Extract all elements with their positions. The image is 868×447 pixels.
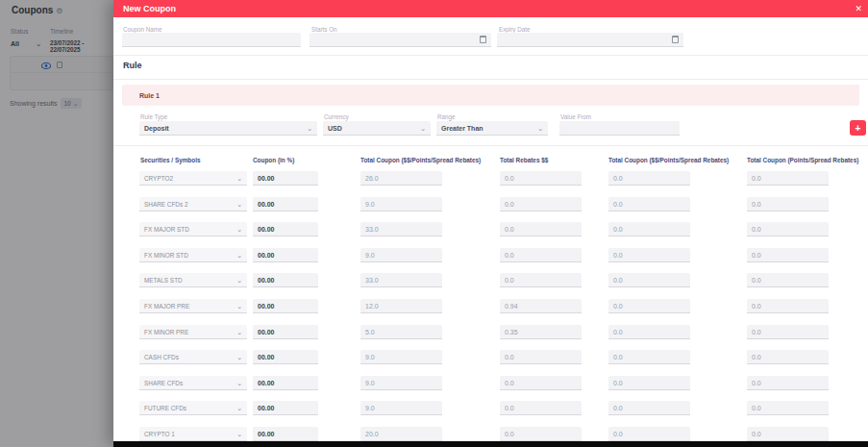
coupon-percent-input[interactable]: 00.00 xyxy=(253,299,318,313)
coupon-percent-input[interactable]: 00.00 xyxy=(253,222,318,236)
table-row: CRYPTO2⌄ 00.00 26.0 0.0 0.0 0.0 xyxy=(113,171,868,186)
table-row: FUTURE CFDs⌄ 00.00 9.0 0.0 0.0 0.0 xyxy=(113,401,868,416)
total-coupon-2-input[interactable]: 0.0 xyxy=(608,325,690,339)
chevron-down-icon: ⌄ xyxy=(236,175,242,182)
coupon-percent-input[interactable]: 00.00 xyxy=(253,350,318,364)
table-row: METALS STD⌄ 00.00 33.0 0.0 0.0 0.0 xyxy=(113,273,868,288)
security-select[interactable]: FX MAJOR PRE⌄ xyxy=(139,299,247,313)
total-coupon-2-input[interactable]: 0.0 xyxy=(608,299,690,313)
chevron-down-icon: ⌄ xyxy=(236,329,242,335)
total-coupon-input[interactable]: 9.0 xyxy=(360,401,442,415)
total-coupon-input[interactable]: 33.0 xyxy=(360,222,442,236)
total-rebates-input[interactable]: 0.0 xyxy=(500,401,582,415)
coupon-percent-input[interactable]: 00.00 xyxy=(253,401,318,415)
total-coupon-3-input[interactable]: 0.0 xyxy=(747,222,829,236)
security-select[interactable]: SHARE CFDs 2⌄ xyxy=(139,197,247,211)
col-header-total-coupon: Total Coupon ($$/Points/Spread Rebates) xyxy=(360,157,481,163)
chevron-down-icon: ⌄ xyxy=(236,201,242,208)
total-rebates-input[interactable]: 0.0 xyxy=(500,197,582,211)
coupon-percent-input[interactable]: 00.00 xyxy=(253,427,318,441)
total-rebates-input[interactable]: 0.0 xyxy=(500,427,582,441)
value-from-input[interactable] xyxy=(559,121,680,136)
security-select[interactable]: CRYPTO 1⌄ xyxy=(139,427,247,441)
security-select[interactable]: FUTURE CFDs⌄ xyxy=(139,401,247,415)
modal-title: New Coupon xyxy=(123,4,176,13)
total-coupon-input[interactable]: 12.0 xyxy=(360,299,442,313)
range-select[interactable]: Greater Than⌄ xyxy=(436,121,548,136)
total-coupon-input[interactable]: 9.0 xyxy=(360,248,442,262)
col-header-coupon-percent: Coupon (in %) xyxy=(253,157,294,163)
col-header-total-rebates: Total Rebates $$ xyxy=(500,157,548,163)
coupon-percent-input[interactable]: 00.00 xyxy=(253,376,318,390)
rule-section-heading: Rule xyxy=(123,61,142,70)
range-label: Range xyxy=(437,113,456,120)
total-coupon-2-input[interactable]: 0.0 xyxy=(608,171,690,186)
chevron-down-icon: ⌄ xyxy=(420,125,426,132)
total-coupon-3-input[interactable]: 0.0 xyxy=(747,273,829,287)
total-coupon-2-input[interactable]: 0.0 xyxy=(608,222,690,236)
security-select[interactable]: FX MAJOR STD⌄ xyxy=(139,222,247,236)
security-select[interactable]: SHARE CFDs⌄ xyxy=(139,376,247,390)
total-coupon-input[interactable]: 20.0 xyxy=(360,427,442,441)
total-coupon-3-input[interactable]: 0.0 xyxy=(747,325,829,339)
coupon-percent-input[interactable]: 00.00 xyxy=(253,197,318,211)
total-coupon-2-input[interactable]: 0.0 xyxy=(608,248,690,262)
total-coupon-2-input[interactable]: 0.0 xyxy=(608,273,690,287)
chevron-down-icon: ⌄ xyxy=(236,405,242,411)
coupon-percent-input[interactable]: 00.00 xyxy=(253,325,318,339)
total-coupon-3-input[interactable]: 0.0 xyxy=(747,197,829,211)
total-coupon-3-input[interactable]: 0.0 xyxy=(747,401,829,415)
coupon-percent-input[interactable]: 00.00 xyxy=(253,171,318,186)
chevron-down-icon: ⌄ xyxy=(236,303,242,310)
total-coupon-3-input[interactable]: 0.0 xyxy=(747,376,829,390)
total-rebates-input[interactable]: 0.0 xyxy=(500,222,582,236)
table-row: CRYPTO 1⌄ 00.00 20.0 0.0 0.0 0.0 xyxy=(113,427,868,442)
modal-backdrop[interactable] xyxy=(0,0,113,447)
coupon-percent-input[interactable]: 00.00 xyxy=(253,273,318,287)
total-coupon-2-input[interactable]: 0.0 xyxy=(608,427,690,441)
total-coupon-input[interactable]: 5.0 xyxy=(360,325,442,339)
total-rebates-input[interactable]: 0.94 xyxy=(500,299,582,313)
total-rebates-input[interactable]: 0.0 xyxy=(500,248,582,262)
currency-select[interactable]: USD⌄ xyxy=(323,121,431,136)
total-coupon-input[interactable]: 26.0 xyxy=(360,171,442,186)
divider xyxy=(113,145,868,146)
calendar-icon[interactable] xyxy=(480,36,486,43)
total-rebates-input[interactable]: 0.0 xyxy=(500,171,582,186)
chevron-down-icon: ⌄ xyxy=(236,431,242,437)
currency-label: Currency xyxy=(324,113,349,120)
calendar-icon[interactable] xyxy=(672,36,679,43)
total-coupon-3-input[interactable]: 0.0 xyxy=(747,350,829,364)
security-select[interactable]: FX MINOR PRE⌄ xyxy=(139,325,247,339)
total-coupon-2-input[interactable]: 0.0 xyxy=(608,197,690,211)
total-coupon-3-input[interactable]: 0.0 xyxy=(747,299,829,313)
modal-header: New Coupon ✕ xyxy=(113,0,868,17)
total-rebates-input[interactable]: 0.0 xyxy=(500,273,582,287)
coupon-name-input[interactable] xyxy=(122,33,301,47)
total-coupon-3-input[interactable]: 0.0 xyxy=(747,171,829,186)
total-coupon-3-input[interactable]: 0.0 xyxy=(747,248,829,262)
value-from-label: Value From xyxy=(560,113,591,120)
expiry-date-input[interactable] xyxy=(497,33,683,47)
total-coupon-2-input[interactable]: 0.0 xyxy=(608,376,690,390)
close-icon[interactable]: ✕ xyxy=(855,4,862,13)
total-rebates-input[interactable]: 0.0 xyxy=(500,350,582,364)
total-coupon-input[interactable]: 33.0 xyxy=(360,273,442,287)
total-coupon-2-input[interactable]: 0.0 xyxy=(608,401,690,415)
add-rule-button[interactable]: + xyxy=(850,120,866,136)
total-coupon-input[interactable]: 9.0 xyxy=(360,197,442,211)
security-select[interactable]: FX MINOR STD⌄ xyxy=(139,248,247,262)
total-rebates-input[interactable]: 0.0 xyxy=(500,376,582,390)
security-select[interactable]: CASH CFDs⌄ xyxy=(139,350,247,364)
total-coupon-input[interactable]: 9.0 xyxy=(360,376,442,390)
total-coupon-2-input[interactable]: 0.0 xyxy=(608,350,690,364)
total-rebates-input[interactable]: 0.35 xyxy=(500,325,582,339)
coupon-percent-input[interactable]: 00.00 xyxy=(253,248,318,262)
starts-on-input[interactable] xyxy=(310,33,491,47)
total-coupon-input[interactable]: 9.0 xyxy=(360,350,442,364)
col-header-total-coupon-2: Total Coupon ($$/Points/Spread Rebates) xyxy=(608,157,729,163)
total-coupon-3-input[interactable]: 0.0 xyxy=(747,427,829,441)
rule-type-select[interactable]: Deposit⌄ xyxy=(139,121,317,136)
security-select[interactable]: CRYPTO2⌄ xyxy=(139,171,247,186)
security-select[interactable]: METALS STD⌄ xyxy=(139,273,247,287)
